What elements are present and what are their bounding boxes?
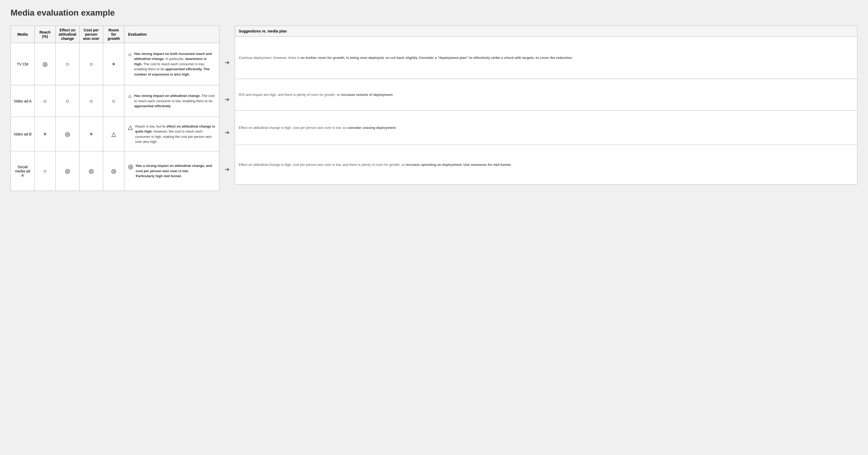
evaluation-text: Has strong impact on both increased reac…: [134, 51, 215, 77]
arrow-column: ➔➔➔➔: [225, 26, 229, 189]
header-cost: Cost per person won over: [80, 26, 103, 43]
suggestion-cell: Effect on attitudinal change is high, co…: [235, 145, 858, 185]
media-cell: Social media ad A: [11, 151, 35, 191]
table-row: Social media ad A ○ ◎ ◎ ◎ ◎ Has a strong…: [11, 151, 219, 191]
arrow-row: ➔: [225, 150, 229, 189]
reach-cell: ○: [35, 151, 56, 191]
arrow-row: ➔: [225, 115, 229, 150]
arrow-icon: ➔: [225, 129, 229, 136]
suggestion-cell: ROI and impact are high, and there is pl…: [235, 79, 858, 111]
room-cell: ×: [103, 43, 124, 85]
cost-cell: ○: [80, 43, 103, 85]
main-layout: Media Reach (%) Effect on attitudinal ch…: [10, 26, 858, 191]
suggestion-text: ROI and impact are high, and there is pl…: [239, 92, 854, 97]
suggestion-row: ROI and impact are high, and there is pl…: [235, 79, 858, 111]
eval-overall-symbol: △: [128, 124, 132, 130]
room-symbol: ◎: [111, 168, 116, 174]
cost-symbol: ○: [90, 61, 93, 67]
cost-symbol: ○: [90, 98, 93, 104]
header-media: Media: [11, 26, 35, 43]
cost-cell: ×: [80, 117, 103, 151]
cost-symbol: ×: [90, 131, 93, 137]
table-row: TV CM ◎ ○ ○ × ○ Has strong impact on bot…: [11, 43, 219, 85]
eval-overall-symbol: ◎: [128, 164, 133, 170]
header-evaluation: Evaluation: [124, 26, 219, 43]
suggestion-row: Effect on attitudinal change is high, co…: [235, 111, 858, 145]
evaluation-text: Has strong impact on attitudinal change.…: [134, 93, 215, 109]
media-cell: TV CM: [11, 43, 35, 85]
suggestion-text: Effect on attitudinal change is high, co…: [239, 125, 854, 130]
reach-symbol: ◎: [42, 61, 48, 67]
reach-cell: ◎: [35, 43, 56, 85]
reach-symbol: ×: [43, 131, 47, 137]
page-title: Media evaluation example: [10, 8, 858, 18]
room-symbol: △: [112, 131, 116, 137]
suggestion-row: Effect on attitudinal change is high, co…: [235, 145, 858, 185]
evaluation-cell: ◎ Has a strong impact on attitudinal cha…: [124, 151, 219, 191]
table-row: Video ad B × ◎ × △ △ Reach is low, but i…: [11, 117, 219, 151]
right-table: Suggestions re. media plan Continue depl…: [235, 26, 858, 185]
effect-symbol: ○: [66, 61, 69, 67]
suggestions-table: Suggestions re. media plan Continue depl…: [235, 26, 858, 185]
reach-cell: ○: [35, 85, 56, 117]
evaluation-table: Media Reach (%) Effect on attitudinal ch…: [10, 26, 219, 191]
room-cell: △: [103, 117, 124, 151]
suggestion-row: Continue deployment. However, there is n…: [235, 37, 858, 79]
effect-cell: ○: [56, 43, 80, 85]
effect-cell: ◎: [56, 117, 80, 151]
media-cell: Video ad A: [11, 85, 35, 117]
effect-cell: ○: [56, 85, 80, 117]
arrow-header-spacer: [225, 26, 229, 41]
effect-symbol: ◎: [65, 168, 70, 174]
cost-symbol: ◎: [89, 168, 94, 174]
header-room: Room for growth: [103, 26, 124, 43]
effect-cell: ◎: [56, 151, 80, 191]
room-cell: ○: [103, 85, 124, 117]
reach-symbol: ○: [43, 98, 47, 104]
left-table: Media Reach (%) Effect on attitudinal ch…: [10, 26, 219, 191]
arrow-icon: ➔: [225, 59, 229, 66]
suggestion-cell: Effect on attitudinal change is high, co…: [235, 111, 858, 145]
suggestion-text: Effect on attitudinal change is high, co…: [239, 162, 854, 168]
arrow-row: ➔: [225, 84, 229, 115]
room-symbol: ○: [112, 98, 115, 104]
evaluation-text: Has a strong impact on attitudinal chang…: [136, 163, 215, 179]
eval-overall-symbol: ○: [128, 94, 131, 99]
eval-overall-symbol: ○: [128, 52, 131, 58]
suggestion-cell: Continue deployment. However, there is n…: [235, 37, 858, 79]
effect-symbol: ○: [66, 98, 69, 104]
table-row: Video ad A ○ ○ ○ ○ ○ Has strong impact o…: [11, 85, 219, 117]
effect-symbol: ◎: [65, 131, 70, 137]
reach-symbol: ○: [43, 168, 47, 174]
header-effect: Effect on attitudinal change: [56, 26, 80, 43]
arrow-row: ➔: [225, 41, 229, 84]
media-cell: Video ad B: [11, 117, 35, 151]
header-suggestions: Suggestions re. media plan: [235, 26, 858, 37]
arrow-icon: ➔: [225, 96, 229, 103]
header-reach: Reach (%): [35, 26, 56, 43]
evaluation-text: Reach is low, but its effect on attitudi…: [135, 124, 215, 145]
evaluation-cell: ○ Has strong impact on attitudinal chang…: [124, 85, 219, 117]
room-symbol: ×: [112, 61, 115, 67]
reach-cell: ×: [35, 117, 56, 151]
cost-cell: ○: [80, 85, 103, 117]
suggestion-text: Continue deployment. However, there is n…: [239, 55, 854, 60]
evaluation-cell: △ Reach is low, but its effect on attitu…: [124, 117, 219, 151]
room-cell: ◎: [103, 151, 124, 191]
evaluation-cell: ○ Has strong impact on both increased re…: [124, 43, 219, 85]
arrow-icon: ➔: [225, 166, 229, 173]
cost-cell: ◎: [80, 151, 103, 191]
